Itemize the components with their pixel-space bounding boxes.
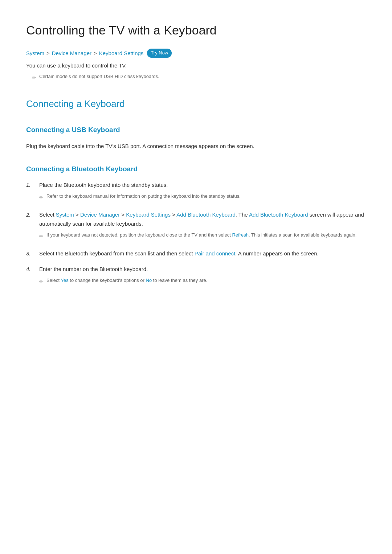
breadcrumb: System > Device Manager > Keyboard Setti…: [26, 49, 366, 58]
pencil-icon-step1: ✏: [39, 193, 44, 202]
breadcrumb-separator-2: >: [94, 49, 97, 58]
step-4-note-pre: Select: [46, 278, 61, 283]
link-keyboard-step2[interactable]: Keyboard Settings: [126, 212, 171, 218]
pencil-icon: ✏: [32, 74, 36, 82]
usb-body-text: Plug the keyboard cable into the TV's US…: [26, 141, 366, 151]
step-1-note: ✏ Refer to the keyboard manual for infor…: [39, 193, 366, 202]
step-1-number: 1.: [26, 180, 33, 189]
bluetooth-step-4: 4. Enter the number on the Bluetooth key…: [26, 264, 366, 287]
link-add-bluetooth2-step2[interactable]: Add Bluetooth Keyboard: [249, 212, 308, 218]
pencil-icon-step4: ✏: [39, 278, 44, 286]
step-4-note-text: Select Yes to change the keyboard's opti…: [46, 277, 207, 284]
step-2-sep3: >: [171, 212, 176, 218]
bluetooth-step-1: 1. Place the Bluetooth keyboard into the…: [26, 180, 366, 203]
breadcrumb-keyboard-settings[interactable]: Keyboard Settings: [99, 49, 144, 58]
link-device-step2[interactable]: Device Manager: [80, 212, 120, 218]
link-add-bluetooth-step2[interactable]: Add Bluetooth Keyboard: [176, 212, 236, 218]
step-4-note-post: to leave them as they are.: [152, 278, 207, 283]
note-usb-hid: ✏ Certain models do not support USB HID …: [32, 73, 366, 82]
step-3-text: Select the Bluetooth keyboard from the s…: [39, 250, 319, 257]
step-1-content: Place the Bluetooth keyboard into the st…: [39, 180, 366, 203]
try-now-badge[interactable]: Try Now: [147, 49, 172, 58]
link-system-step2[interactable]: System: [56, 212, 74, 218]
bluetooth-step-3: 3. Select the Bluetooth keyboard from th…: [26, 249, 366, 258]
link-yes-step4[interactable]: Yes: [61, 278, 69, 283]
breadcrumb-device-manager[interactable]: Device Manager: [52, 49, 91, 58]
step-2-text: Select System > Device Manager > Keyboar…: [39, 212, 364, 227]
step-2-text-mid: . The: [236, 212, 249, 218]
step-2-sep2: >: [120, 212, 126, 218]
link-refresh-step2[interactable]: Refresh: [232, 232, 249, 238]
step-1-text: Place the Bluetooth keyboard into the st…: [39, 182, 168, 188]
step-2-note: ✏ If your keyboard was not detected, pos…: [39, 231, 366, 241]
breadcrumb-separator-1: >: [46, 49, 50, 58]
subsection-bluetooth-keyboard: Connecting a Bluetooth Keyboard: [26, 164, 366, 175]
bluetooth-step-2: 2. Select System > Device Manager > Keyb…: [26, 210, 366, 242]
intro-text: You can use a keyboard to control the TV…: [26, 61, 366, 70]
bluetooth-steps-list: 1. Place the Bluetooth keyboard into the…: [26, 180, 366, 287]
section-connecting-keyboard: Connecting a Keyboard: [26, 97, 366, 112]
step-4-note: ✏ Select Yes to change the keyboard's op…: [39, 277, 366, 286]
step-4-text: Enter the number on the Bluetooth keyboa…: [39, 266, 148, 272]
step-1-note-text: Refer to the keyboard manual for informa…: [46, 193, 241, 200]
step-4-content: Enter the number on the Bluetooth keyboa…: [39, 264, 366, 287]
pencil-icon-step2: ✏: [39, 232, 44, 241]
step-3-content: Select the Bluetooth keyboard from the s…: [39, 249, 366, 258]
step-2-text-pre: Select: [39, 212, 56, 218]
step-3-text-post: . A number appears on the screen.: [235, 250, 318, 257]
step-2-content: Select System > Device Manager > Keyboar…: [39, 210, 366, 242]
note-usb-hid-text: Certain models do not support USB HID cl…: [39, 73, 159, 81]
step-2-note-text: If your keyboard was not detected, posit…: [46, 231, 356, 239]
link-pair-connect-step3[interactable]: Pair and connect: [195, 250, 236, 257]
step-3-number: 3.: [26, 249, 33, 258]
link-no-step4[interactable]: No: [146, 278, 152, 283]
step-4-number: 4.: [26, 264, 33, 274]
step-2-number: 2.: [26, 210, 33, 219]
breadcrumb-system[interactable]: System: [26, 49, 44, 58]
step-4-note-mid: to change the keyboard's options or: [69, 278, 146, 283]
subsection-usb-keyboard: Connecting a USB Keyboard: [26, 124, 366, 135]
step-3-text-pre: Select the Bluetooth keyboard from the s…: [39, 250, 195, 257]
step-2-sep1: >: [74, 212, 80, 218]
page-title: Controlling the TV with a Keyboard: [26, 20, 366, 40]
